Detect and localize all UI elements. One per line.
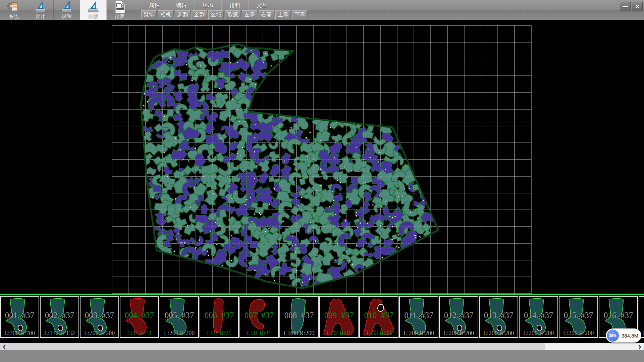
menu-tab-排料[interactable]: 排料 xyxy=(222,1,249,10)
part-thumbnail-005_#37[interactable]: 005_#37 L:200 R:200 xyxy=(160,296,199,338)
scroll-left-button[interactable]: ❮ xyxy=(0,343,9,350)
action-button-选割[interactable]: 选割 xyxy=(175,10,190,19)
part-thumbnail-015_#37[interactable]: 015_#37 L:200 R:200 xyxy=(559,296,598,338)
action-button-区域[interactable]: 区域 xyxy=(208,10,224,19)
part-lr-label: L:33 R:33 xyxy=(360,330,398,337)
menu-tab-编辑[interactable]: 编辑 xyxy=(168,1,195,10)
part-thumbnail-006_#37[interactable]: 006_#37 L:21 R:21 xyxy=(200,296,239,338)
part-thumbnail-004_#37[interactable]: 004_#37 L:31 R:31 xyxy=(120,296,159,338)
part-lr-label: L:200 R:200 xyxy=(280,330,318,337)
strip-accent-line xyxy=(0,294,644,295)
part-thumbnail-007_#37[interactable]: 007_#37 L:31 R:31 xyxy=(239,296,279,338)
part-thumbnail-008_#37[interactable]: 008_#37 L:200 R:200 xyxy=(279,296,319,338)
main-toolbar: 系统 设计 设置 排版 xyxy=(0,0,644,20)
part-lr-label: L:21 R:21 xyxy=(200,330,238,337)
action-buttons: 聚排相机选割全割区域瑕疵左靠右靠上靠下靠 xyxy=(141,10,308,19)
part-thumbnail-003_#37[interactable]: 003_#37 L:200 R:200 xyxy=(80,296,119,338)
action-button-相机[interactable]: 相机 xyxy=(158,10,173,19)
part-id-label: 007_#37 xyxy=(240,311,278,320)
part-thumbnails: 001_#37 L:700 R:700 002_#37 L:132 R:132 … xyxy=(0,296,644,338)
app-button-排版[interactable]: 排版 xyxy=(80,0,107,20)
app-button-设计[interactable]: 设计 xyxy=(27,0,54,20)
part-lr-label: L:200 R:200 xyxy=(480,330,518,337)
action-button-上靠[interactable]: 上靠 xyxy=(275,10,291,19)
part-thumbnail-012_#37[interactable]: 012_#37 L:200 R:200 xyxy=(439,296,478,338)
app-button-报表[interactable]: 报表 xyxy=(107,0,133,20)
app-mode-buttons: 系统 设计 设置 排版 xyxy=(1,0,133,20)
part-lr-label: L:32 R:31 xyxy=(320,330,358,337)
app-button-label: 设置 xyxy=(62,13,72,19)
minimize-icon xyxy=(623,6,628,7)
part-lr-label: L:200 R:200 xyxy=(520,330,557,337)
memory-value: 384.8M xyxy=(622,333,638,339)
part-lr-label: L:200 R:200 xyxy=(80,330,118,337)
part-id-label: 010_#37 xyxy=(360,311,398,320)
design-ruler-icon xyxy=(33,1,48,13)
part-id-label: 017_#37 xyxy=(639,311,644,320)
part-lr-label: L:200 R:200 xyxy=(440,330,478,337)
app-button-label: 设计 xyxy=(35,13,45,19)
part-id-label: 013_#37 xyxy=(480,311,518,320)
part-lr-label: L:31 R:31 xyxy=(240,330,278,337)
part-id-label: 001_#37 xyxy=(1,311,39,320)
action-button-全割[interactable]: 全割 xyxy=(192,10,207,19)
part-id-label: 002_#37 xyxy=(41,311,78,320)
app-button-系统[interactable]: 系统 xyxy=(1,0,27,20)
minimize-button[interactable] xyxy=(620,2,631,11)
menu-tab-交互[interactable]: 交互 xyxy=(249,1,275,10)
part-lr-label: L:31 R:31 xyxy=(120,330,158,337)
application-window: 系统 设计 设置 排版 xyxy=(0,0,644,362)
part-id-label: 003_#37 xyxy=(80,311,118,320)
status-bar xyxy=(0,350,644,362)
app-button-label: 报表 xyxy=(115,13,125,19)
settings-ruler-icon xyxy=(59,1,74,13)
part-id-label: 014_#37 xyxy=(520,311,557,320)
part-lr-label: L:132 R:132 xyxy=(41,330,78,337)
part-id-label: 008_#37 xyxy=(280,311,318,320)
close-button[interactable]: ✕ xyxy=(632,2,643,11)
part-lr-label: L:200 R:200 xyxy=(559,330,597,337)
action-button-瑕疵[interactable]: 瑕疵 xyxy=(225,10,240,19)
system-gear-icon xyxy=(6,1,21,13)
action-button-聚排[interactable]: 聚排 xyxy=(141,10,157,19)
progress-percent-circle: 38% xyxy=(607,329,619,342)
scrollbar-thumb[interactable] xyxy=(9,343,545,350)
part-thumbnail-010_#37[interactable]: 010_#37 L:33 R:33 xyxy=(359,296,398,338)
layout-ruler-icon xyxy=(86,1,101,13)
part-thumbnail-013_#37[interactable]: 013_#37 L:200 R:200 xyxy=(479,296,518,338)
part-id-label: 009_#37 xyxy=(320,311,358,320)
menu-tabs: 属性编辑区域排料交互 xyxy=(141,1,275,10)
part-id-label: 016_#37 xyxy=(599,311,637,320)
window-controls: ✕ xyxy=(620,2,643,11)
app-button-设置[interactable]: 设置 xyxy=(54,0,80,20)
menu-tab-属性[interactable]: 属性 xyxy=(141,1,168,10)
action-button-右靠[interactable]: 右靠 xyxy=(259,10,274,19)
app-button-label: 系统 xyxy=(9,13,19,19)
report-document-icon xyxy=(112,1,127,13)
action-button-左靠[interactable]: 左靠 xyxy=(242,10,257,19)
horizontal-scrollbar[interactable]: ❮ ❯ xyxy=(0,343,644,350)
close-icon: ✕ xyxy=(635,4,640,10)
part-id-label: 015_#37 xyxy=(559,311,597,320)
part-lr-label: L:700 R:700 xyxy=(1,330,39,337)
progress-badge[interactable]: 38% 384.8M xyxy=(606,328,641,343)
scroll-right-button[interactable]: ❯ xyxy=(635,343,644,350)
part-id-label: 005_#37 xyxy=(160,311,198,320)
app-button-label: 排版 xyxy=(88,13,98,19)
part-thumbnail-011_#37[interactable]: 011_#37 L:200 R:200 xyxy=(399,296,438,338)
part-thumbnail-009_#37[interactable]: 009_#37 L:32 R:31 xyxy=(319,296,359,338)
part-thumbnail-001_#37[interactable]: 001_#37 L:700 R:700 xyxy=(0,296,39,338)
part-thumbnail-014_#37[interactable]: 014_#37 L:200 R:200 xyxy=(519,296,558,338)
part-id-label: 011_#37 xyxy=(400,311,438,320)
part-thumbnail-002_#37[interactable]: 002_#37 L:132 R:132 xyxy=(40,296,79,338)
parts-strip: 001_#37 L:700 R:700 002_#37 L:132 R:132 … xyxy=(0,294,644,339)
part-id-label: 004_#37 xyxy=(120,311,158,320)
part-id-label: 006_#37 xyxy=(200,311,238,320)
menu-tab-区域[interactable]: 区域 xyxy=(195,1,222,10)
part-lr-label: L:200 R:200 xyxy=(160,330,198,337)
part-id-label: 012_#37 xyxy=(440,311,478,320)
action-button-下靠[interactable]: 下靠 xyxy=(292,10,308,19)
part-lr-label: L:200 R:200 xyxy=(400,330,438,337)
